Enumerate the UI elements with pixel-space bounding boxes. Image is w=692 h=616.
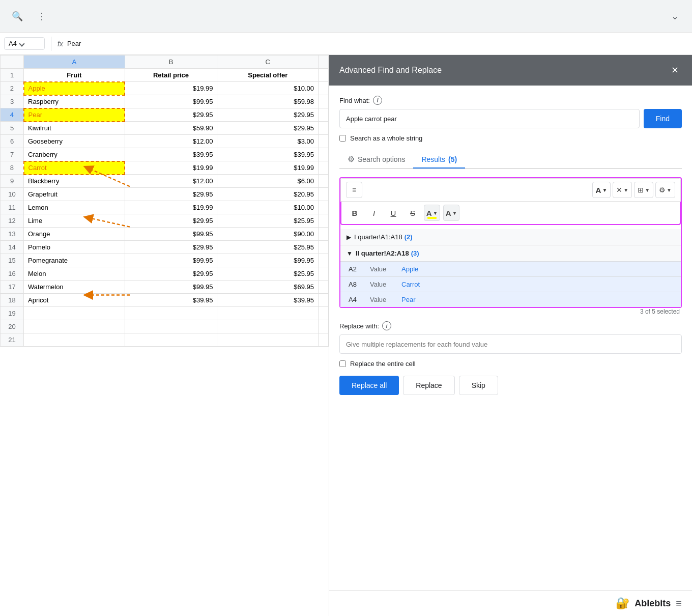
result-row-pear[interactable]: A4 Value Pear <box>340 292 681 307</box>
cell-price[interactable]: $99.95 <box>125 95 217 108</box>
cell-price[interactable]: $19.99 <box>125 82 217 95</box>
strikethrough-button[interactable]: S <box>405 205 421 221</box>
cell-price[interactable]: $29.95 <box>125 214 217 228</box>
cell-offer[interactable] <box>217 307 319 320</box>
cell-fruit[interactable]: Pomelo <box>24 241 125 254</box>
result-row-apple[interactable]: A2 Value Apple <box>340 261 681 276</box>
cell-fruit[interactable]: Raspberry <box>24 95 125 108</box>
cell-fruit[interactable]: Cranberry <box>24 148 125 161</box>
tab-results[interactable]: Results (5) <box>413 151 465 169</box>
cell-offer[interactable]: $25.95 <box>217 267 319 281</box>
cell-offer[interactable]: $10.00 <box>217 201 319 214</box>
cell-offer[interactable]: $10.00 <box>217 82 319 95</box>
cell-fruit[interactable]: Orange <box>24 228 125 241</box>
result-row-carrot[interactable]: A8 Value Carrot <box>340 276 681 292</box>
cell-price[interactable]: $29.95 <box>125 188 217 201</box>
cell-price[interactable]: $29.95 <box>125 267 217 281</box>
chevron-down-icon[interactable]: ⌄ <box>666 7 684 25</box>
cell-offer[interactable]: $39.95 <box>217 294 319 307</box>
cell-offer[interactable]: $6.00 <box>217 175 319 188</box>
result-group-1-header[interactable]: ▶ I quarter!A1:A18 (2) <box>340 229 681 245</box>
cell-offer[interactable] <box>217 333 319 347</box>
cell-fruit[interactable]: Carrot <box>24 161 125 175</box>
search-icon[interactable]: 🔍 <box>8 7 26 25</box>
cell-price[interactable]: $39.95 <box>125 148 217 161</box>
cell-fruit[interactable] <box>24 320 125 333</box>
cell-offer[interactable]: $29.95 <box>217 108 319 122</box>
italic-button[interactable]: I <box>366 205 382 221</box>
replace-all-button[interactable]: Replace all <box>339 376 399 395</box>
cell-price[interactable] <box>125 333 217 347</box>
cell-offer[interactable]: $29.95 <box>217 122 319 135</box>
cell-offer[interactable]: $20.95 <box>217 188 319 201</box>
cell-fruit[interactable]: Grapefruit <box>24 188 125 201</box>
panel-close-button[interactable]: ✕ <box>668 63 682 77</box>
clear-format-button[interactable]: ✕ ▼ <box>613 182 632 198</box>
cell-fruit[interactable]: Lime <box>24 214 125 228</box>
formula-input[interactable]: Pear <box>67 40 688 47</box>
col-header-C[interactable]: C <box>217 55 319 69</box>
result-type-apple: Value <box>370 265 395 273</box>
brand-menu-icon[interactable]: ≡ <box>676 598 682 609</box>
replace-input[interactable] <box>339 334 682 354</box>
cell-offer[interactable]: $99.95 <box>217 254 319 267</box>
cell-fruit[interactable]: Apricot <box>24 294 125 307</box>
menu-icon[interactable]: ⋮ <box>33 7 51 25</box>
bold-button[interactable]: B <box>347 205 363 221</box>
cell-price[interactable]: $12.00 <box>125 135 217 148</box>
cell-price[interactable]: $59.90 <box>125 122 217 135</box>
cell-price[interactable]: $19.99 <box>125 161 217 175</box>
font-color-button[interactable]: A ▼ <box>592 182 611 198</box>
skip-button[interactable]: Skip <box>459 376 498 395</box>
cell-price[interactable]: $99.95 <box>125 254 217 267</box>
list-mode-button[interactable]: ≡ <box>346 182 362 198</box>
find-button[interactable]: Find <box>644 109 682 128</box>
cell-offer[interactable]: $69.95 <box>217 281 319 294</box>
cell-fruit[interactable] <box>24 333 125 347</box>
cell-price[interactable]: Retail price <box>125 69 217 82</box>
cell-price[interactable]: $29.95 <box>125 241 217 254</box>
cell-offer[interactable]: $59.98 <box>217 95 319 108</box>
highlight-button[interactable]: A ▼ <box>424 205 440 221</box>
cell-price[interactable]: $39.95 <box>125 294 217 307</box>
cell-fruit[interactable]: Apple <box>24 82 125 95</box>
cell-price[interactable]: $99.95 <box>125 281 217 294</box>
cell-offer[interactable]: $3.00 <box>217 135 319 148</box>
find-input[interactable] <box>339 109 640 128</box>
cell-offer[interactable]: $90.00 <box>217 228 319 241</box>
cell-fruit[interactable]: Gooseberry <box>24 135 125 148</box>
search-whole-string-checkbox[interactable] <box>339 135 346 142</box>
tab-search-options[interactable]: ⚙ Search options <box>339 150 413 169</box>
cell-fruit[interactable]: Melon <box>24 267 125 281</box>
result-group-2-header[interactable]: ▼ II quarter!A2:A18 (3) <box>340 245 681 261</box>
cell-offer[interactable]: $25.95 <box>217 241 319 254</box>
cell-fruit[interactable]: Watermelon <box>24 281 125 294</box>
cell-fruit[interactable]: Kiwifruit <box>24 122 125 135</box>
cell-offer[interactable]: $39.95 <box>217 148 319 161</box>
table-format-button[interactable]: ⊞ ▼ <box>634 182 653 198</box>
cell-fruit[interactable]: Blackberry <box>24 175 125 188</box>
cell-price[interactable] <box>125 320 217 333</box>
cell-price[interactable]: $12.00 <box>125 175 217 188</box>
cell-price[interactable] <box>125 307 217 320</box>
cell-price[interactable]: $19.99 <box>125 201 217 214</box>
cell-offer[interactable]: Special offer <box>217 69 319 82</box>
cell-offer[interactable]: $25.95 <box>217 214 319 228</box>
replace-entire-cell-checkbox[interactable] <box>339 360 346 367</box>
col-header-A[interactable]: A <box>24 55 125 69</box>
cell-fruit[interactable]: Pomegranate <box>24 254 125 267</box>
cell-offer[interactable]: $19.99 <box>217 161 319 175</box>
replace-button[interactable]: Replace <box>403 376 454 395</box>
cell-ref-box[interactable]: A4 <box>4 37 45 50</box>
cell-fruit[interactable]: Lemon <box>24 201 125 214</box>
cell-offer[interactable] <box>217 320 319 333</box>
cell-fruit[interactable]: Pear <box>24 108 125 122</box>
cell-price[interactable]: $99.95 <box>125 228 217 241</box>
underline-button[interactable]: U <box>385 205 401 221</box>
cell-fruit[interactable]: Fruit <box>24 69 125 82</box>
font-color-button-2[interactable]: A ▼ <box>443 205 459 221</box>
cell-fruit[interactable] <box>24 307 125 320</box>
cell-price[interactable]: $29.95 <box>125 108 217 122</box>
settings-button[interactable]: ⚙ ▼ <box>655 182 675 198</box>
col-header-B[interactable]: B <box>125 55 217 69</box>
